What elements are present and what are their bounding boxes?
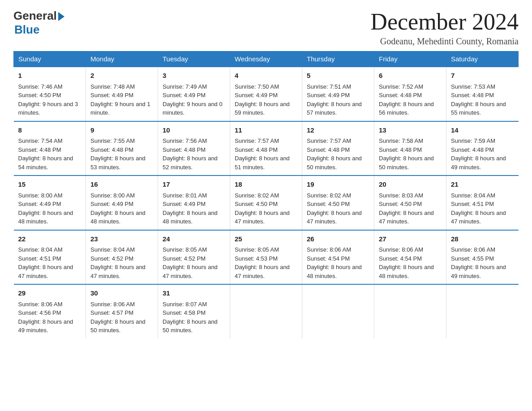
calendar-cell bbox=[302, 284, 374, 338]
day-number: 26 bbox=[307, 234, 369, 244]
day-number: 4 bbox=[235, 71, 297, 81]
calendar-cell: 19Sunrise: 8:02 AMSunset: 4:50 PMDayligh… bbox=[302, 176, 374, 230]
day-number: 2 bbox=[90, 71, 153, 81]
day-number: 24 bbox=[163, 234, 225, 244]
calendar-cell: 16Sunrise: 8:00 AMSunset: 4:49 PMDayligh… bbox=[86, 176, 158, 230]
calendar-cell bbox=[230, 284, 302, 338]
day-number: 30 bbox=[90, 288, 153, 299]
calendar-week-3: 15Sunrise: 8:00 AMSunset: 4:49 PMDayligh… bbox=[14, 176, 519, 230]
day-number: 19 bbox=[307, 180, 369, 190]
calendar-week-2: 8Sunrise: 7:54 AMSunset: 4:48 PMDaylight… bbox=[14, 121, 519, 176]
day-number: 14 bbox=[451, 125, 514, 136]
day-number: 15 bbox=[18, 180, 82, 190]
day-number: 8 bbox=[18, 125, 82, 136]
header-sunday: Sunday bbox=[14, 51, 86, 67]
day-number: 17 bbox=[163, 180, 225, 190]
calendar-cell: 24Sunrise: 8:05 AMSunset: 4:52 PMDayligh… bbox=[158, 230, 230, 285]
logo-blue-text: Blue bbox=[14, 23, 39, 37]
day-number: 9 bbox=[90, 125, 153, 136]
calendar-cell bbox=[374, 284, 446, 338]
day-number: 1 bbox=[18, 71, 82, 81]
calendar-cell: 20Sunrise: 8:03 AMSunset: 4:50 PMDayligh… bbox=[374, 176, 446, 230]
day-number: 16 bbox=[90, 180, 153, 190]
header-monday: Monday bbox=[86, 51, 158, 67]
day-number: 3 bbox=[163, 71, 225, 81]
calendar-week-4: 22Sunrise: 8:04 AMSunset: 4:51 PMDayligh… bbox=[14, 230, 519, 285]
day-number: 31 bbox=[163, 288, 225, 299]
day-number: 18 bbox=[235, 180, 297, 190]
day-number: 11 bbox=[235, 125, 297, 136]
day-number: 7 bbox=[451, 71, 514, 81]
calendar-cell: 10Sunrise: 7:56 AMSunset: 4:48 PMDayligh… bbox=[158, 121, 230, 176]
day-number: 6 bbox=[379, 71, 442, 81]
calendar-cell: 1Sunrise: 7:46 AMSunset: 4:50 PMDaylight… bbox=[14, 67, 86, 121]
calendar-cell: 29Sunrise: 8:06 AMSunset: 4:56 PMDayligh… bbox=[14, 284, 86, 338]
header-tuesday: Tuesday bbox=[158, 51, 230, 67]
calendar-cell: 13Sunrise: 7:58 AMSunset: 4:48 PMDayligh… bbox=[374, 121, 446, 176]
calendar-cell: 3Sunrise: 7:49 AMSunset: 4:49 PMDaylight… bbox=[158, 67, 230, 121]
calendar-cell: 30Sunrise: 8:06 AMSunset: 4:57 PMDayligh… bbox=[86, 284, 158, 338]
calendar-table: SundayMondayTuesdayWednesdayThursdayFrid… bbox=[13, 51, 519, 338]
calendar-cell: 7Sunrise: 7:53 AMSunset: 4:48 PMDaylight… bbox=[446, 67, 519, 121]
calendar-cell: 28Sunrise: 8:06 AMSunset: 4:55 PMDayligh… bbox=[446, 230, 519, 285]
header-wednesday: Wednesday bbox=[230, 51, 302, 67]
calendar-cell: 23Sunrise: 8:04 AMSunset: 4:52 PMDayligh… bbox=[86, 230, 158, 285]
day-number: 21 bbox=[451, 180, 514, 190]
header-friday: Friday bbox=[374, 51, 446, 67]
logo-arrow-icon bbox=[58, 12, 64, 21]
calendar-cell: 25Sunrise: 8:05 AMSunset: 4:53 PMDayligh… bbox=[230, 230, 302, 285]
calendar-cell: 9Sunrise: 7:55 AMSunset: 4:48 PMDaylight… bbox=[86, 121, 158, 176]
calendar-cell: 6Sunrise: 7:52 AMSunset: 4:48 PMDaylight… bbox=[374, 67, 446, 121]
calendar-cell: 18Sunrise: 8:02 AMSunset: 4:50 PMDayligh… bbox=[230, 176, 302, 230]
logo-general-text: General bbox=[13, 9, 57, 23]
calendar-header-row: SundayMondayTuesdayWednesdayThursdayFrid… bbox=[14, 51, 519, 67]
calendar-cell: 27Sunrise: 8:06 AMSunset: 4:54 PMDayligh… bbox=[374, 230, 446, 285]
calendar-cell: 2Sunrise: 7:48 AMSunset: 4:49 PMDaylight… bbox=[86, 67, 158, 121]
calendar-cell: 22Sunrise: 8:04 AMSunset: 4:51 PMDayligh… bbox=[14, 230, 86, 285]
location-text: Godeanu, Mehedinti County, Romania bbox=[370, 36, 519, 47]
calendar-cell: 31Sunrise: 8:07 AMSunset: 4:58 PMDayligh… bbox=[158, 284, 230, 338]
day-number: 27 bbox=[379, 234, 442, 244]
calendar-week-1: 1Sunrise: 7:46 AMSunset: 4:50 PMDaylight… bbox=[14, 67, 519, 121]
calendar-cell: 17Sunrise: 8:01 AMSunset: 4:49 PMDayligh… bbox=[158, 176, 230, 230]
calendar-cell: 21Sunrise: 8:04 AMSunset: 4:51 PMDayligh… bbox=[446, 176, 519, 230]
calendar-cell: 11Sunrise: 7:57 AMSunset: 4:48 PMDayligh… bbox=[230, 121, 302, 176]
calendar-cell bbox=[446, 284, 519, 338]
day-number: 13 bbox=[379, 125, 442, 136]
day-number: 22 bbox=[18, 234, 82, 244]
day-number: 23 bbox=[90, 234, 153, 244]
calendar-cell: 12Sunrise: 7:57 AMSunset: 4:48 PMDayligh… bbox=[302, 121, 374, 176]
calendar-week-5: 29Sunrise: 8:06 AMSunset: 4:56 PMDayligh… bbox=[14, 284, 519, 338]
header-thursday: Thursday bbox=[302, 51, 374, 67]
day-number: 5 bbox=[307, 71, 369, 81]
day-number: 10 bbox=[163, 125, 225, 136]
calendar-cell: 5Sunrise: 7:51 AMSunset: 4:49 PMDaylight… bbox=[302, 67, 374, 121]
calendar-cell: 26Sunrise: 8:06 AMSunset: 4:54 PMDayligh… bbox=[302, 230, 374, 285]
day-number: 28 bbox=[451, 234, 514, 244]
month-title: December 2024 bbox=[370, 9, 519, 34]
logo: General Blue bbox=[13, 9, 64, 37]
header-saturday: Saturday bbox=[446, 51, 519, 67]
day-number: 12 bbox=[307, 125, 369, 136]
calendar-cell: 15Sunrise: 8:00 AMSunset: 4:49 PMDayligh… bbox=[14, 176, 86, 230]
day-number: 25 bbox=[235, 234, 297, 244]
title-block: December 2024 Godeanu, Mehedinti County,… bbox=[370, 9, 519, 47]
calendar-cell: 8Sunrise: 7:54 AMSunset: 4:48 PMDaylight… bbox=[14, 121, 86, 176]
day-number: 20 bbox=[379, 180, 442, 190]
page-header: General Blue December 2024 Godeanu, Mehe… bbox=[13, 9, 519, 47]
day-number: 29 bbox=[18, 288, 82, 299]
calendar-cell: 4Sunrise: 7:50 AMSunset: 4:49 PMDaylight… bbox=[230, 67, 302, 121]
calendar-cell: 14Sunrise: 7:59 AMSunset: 4:48 PMDayligh… bbox=[446, 121, 519, 176]
